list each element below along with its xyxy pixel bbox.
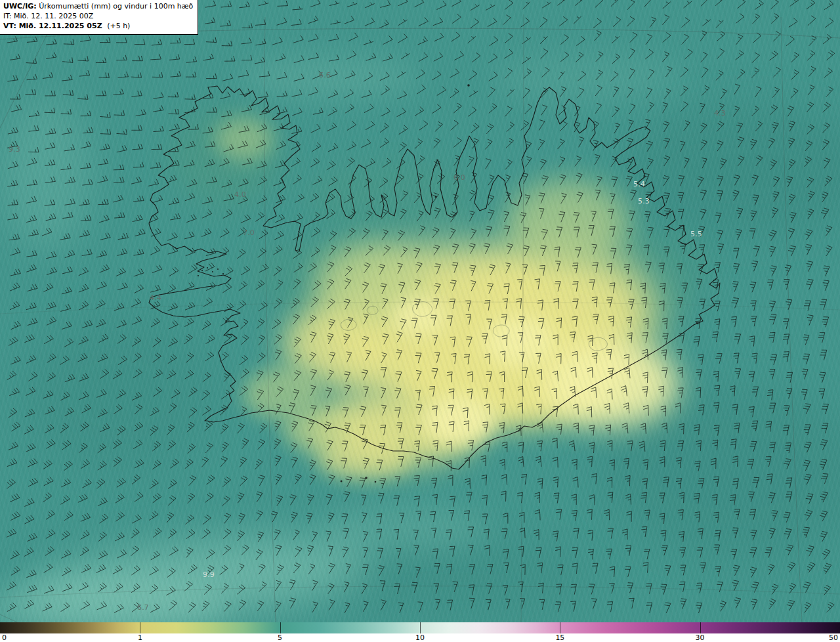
map-canvas bbox=[0, 0, 840, 622]
init-time-line: IT: Mið. 12. 11. 2025 00Z bbox=[3, 12, 193, 22]
island bbox=[222, 273, 224, 274]
product-label: UWC/IG: bbox=[3, 2, 37, 11]
colorbar-gradient bbox=[0, 622, 840, 633]
island bbox=[212, 271, 213, 272]
colorbar: 01510153050 bbox=[0, 622, 840, 642]
colorbar-tick-label: 30 bbox=[696, 633, 705, 642]
island-grimsey bbox=[467, 84, 470, 87]
product-line: UWC/IG: Úrkomumætti (mm) og vindur i 100… bbox=[3, 2, 193, 12]
island bbox=[207, 267, 208, 268]
colorbar-tick bbox=[700, 622, 701, 633]
colorbar-tick bbox=[140, 622, 140, 633]
product-title: Úrkomumætti (mm) og vindur i 100m hæð bbox=[39, 2, 193, 11]
island bbox=[217, 268, 219, 270]
colorbar-tick-label: 15 bbox=[555, 633, 564, 642]
colorbar-tick-label: 50 bbox=[829, 633, 838, 642]
colorbar-tick bbox=[560, 622, 560, 633]
colorbar-tick-label: 1 bbox=[138, 633, 142, 642]
valid-time-line: VT: Mið. 12.11.2025 05Z (+5 h) bbox=[3, 22, 193, 32]
island bbox=[201, 270, 203, 271]
colorbar-labels: 01510153050 bbox=[0, 633, 840, 642]
island bbox=[375, 481, 377, 483]
colorbar-tick-label: 5 bbox=[278, 633, 282, 642]
weather-map: 6.64.39.34.06.05.45.35.57.04.49.96.7 bbox=[0, 0, 840, 622]
valid-time: VT: Mið. 12.11.2025 05Z bbox=[3, 22, 102, 30]
colorbar-tick bbox=[420, 622, 421, 633]
colorbar-tick bbox=[280, 622, 281, 633]
island bbox=[198, 275, 199, 276]
map-info-box: UWC/IG: Úrkomumætti (mm) og vindur i 100… bbox=[0, 0, 198, 35]
colorbar-tick-label: 10 bbox=[415, 633, 425, 642]
colorbar-tick-label: 0 bbox=[2, 633, 7, 642]
valid-offset: (+5 h) bbox=[107, 22, 130, 30]
island bbox=[341, 481, 343, 482]
